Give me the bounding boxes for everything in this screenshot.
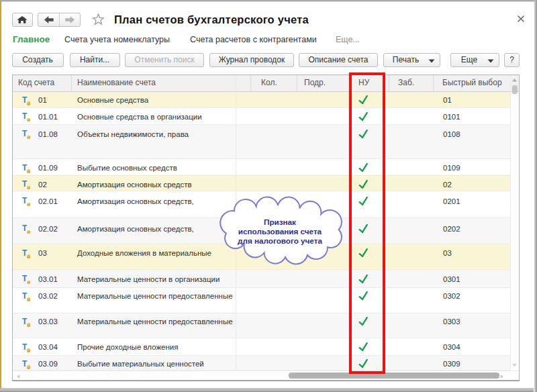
svg-text:для налогового учета: для налогового учета (238, 236, 322, 245)
svg-text:Признак: Признак (264, 217, 296, 226)
svg-text:использования счета: использования счета (238, 227, 322, 236)
